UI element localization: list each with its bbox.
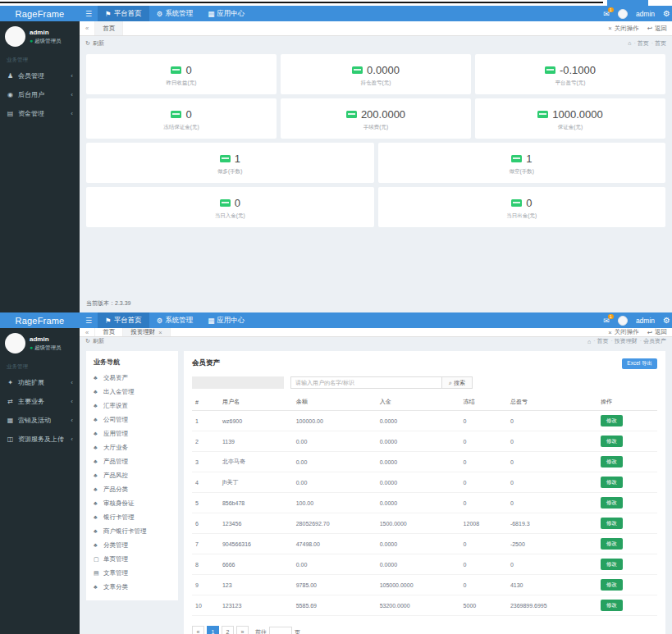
sidebar-menu-item[interactable]: ◫ 资源服务及上传 ‹ <box>0 430 80 449</box>
edit-button[interactable]: 修改 <box>601 497 623 509</box>
search-input[interactable] <box>290 376 442 389</box>
sidebar-menu-icon: ✦ <box>7 379 14 386</box>
nav-panel-item[interactable]: ♣ 出入金管理 <box>94 385 171 399</box>
page-tab[interactable]: 首页 × <box>95 328 123 336</box>
edit-button[interactable]: 修改 <box>601 559 623 570</box>
excel-export-button[interactable]: Excel 导出 <box>622 358 657 369</box>
filter-select[interactable] <box>192 376 284 389</box>
navbar-username[interactable]: admin <box>636 10 655 18</box>
sidebar-menu-item[interactable]: ♟ 会员管理 ‹ <box>0 66 80 85</box>
sidebar-toggle-icon[interactable]: ☰ <box>80 312 98 328</box>
breadcrumb-item[interactable]: 投资理财 <box>610 337 637 345</box>
cell-frozen: 0 <box>460 431 507 452</box>
sidebar-menu-item[interactable]: ✦ 功能扩展 ‹ <box>0 373 80 392</box>
close-operations-control[interactable]: × 关闭操作 <box>608 25 638 33</box>
sidebar-menu-item[interactable]: ⇄ 主要业务 ‹ <box>0 392 80 411</box>
nav-panel-item[interactable]: ♣ 银行卡管理 <box>94 510 171 524</box>
settings-gear-icon[interactable]: ⚙ <box>663 9 670 18</box>
edit-button[interactable]: 修改 <box>601 477 623 488</box>
page-tab[interactable]: 首页 <box>95 21 123 35</box>
edit-button[interactable]: 修改 <box>601 538 623 550</box>
nav-panel-item-icon: ♣ <box>94 514 100 520</box>
nav-panel-item[interactable]: ♣ 审核身份证 <box>94 496 171 510</box>
navbar-username[interactable]: admin <box>636 317 655 325</box>
refresh-button[interactable]: ↻ 刷新 <box>85 337 104 345</box>
nav-panel-item[interactable]: ♣ 产品管理 <box>94 454 171 468</box>
sidebar-avatar[interactable] <box>5 26 25 47</box>
breadcrumb-item[interactable]: 首页 <box>633 39 648 48</box>
nav-panel-item[interactable]: ♣ 汇率设置 <box>94 399 171 413</box>
stat-value: 0 <box>185 64 191 76</box>
edit-button[interactable]: 修改 <box>601 436 623 447</box>
cell-username: wz6900 <box>219 411 293 431</box>
nav-panel-item[interactable]: ♣ 公司管理 <box>94 413 171 426</box>
dashboard-window: RageFrame ☰ ⚑ 平台首页 ⚙ 系统管理 ▦ 应用中心 <box>0 0 672 312</box>
pagination-prev[interactable]: « <box>192 626 204 634</box>
nav-panel-item[interactable]: ♣ 商户银行卡管理 <box>94 524 171 538</box>
table-row: 10 123123 5585.69 53200.0000 5000 236989… <box>192 595 657 616</box>
nav-panel-item[interactable]: ▢ 单页管理 <box>94 552 171 566</box>
navbar-menu-item[interactable]: ⚑ 平台首页 <box>98 312 149 328</box>
refresh-button[interactable]: ↻ 刷新 <box>85 39 104 48</box>
edit-button[interactable]: 修改 <box>601 579 623 591</box>
nav-panel-item-label: 产品管理 <box>103 458 128 466</box>
back-control[interactable]: ↩ 返回 <box>647 25 667 33</box>
nav-panel-item[interactable]: ♣ 文章分类 <box>94 580 171 594</box>
search-button[interactable]: ⌕搜索 <box>442 376 473 389</box>
sidebar-menu-item[interactable]: ▦ 营销及活动 ‹ <box>0 411 80 430</box>
nav-panel-item-label: 文章分类 <box>103 583 128 591</box>
breadcrumb-item[interactable]: 会员资产 <box>640 337 666 345</box>
goto-page-input[interactable] <box>269 627 292 634</box>
stat-value: 1000.0000 <box>552 108 602 121</box>
navbar-menu-item[interactable]: ⚑ 平台首页 <box>98 6 149 21</box>
user-avatar[interactable] <box>618 9 628 19</box>
page-tab[interactable]: 投资理财 × <box>123 328 170 336</box>
page-tab-label: 首页 <box>103 328 115 336</box>
notification-bell-icon[interactable]: ✉1 <box>603 10 610 18</box>
nav-panel-item[interactable]: ♣ 大厅业务 <box>94 440 171 454</box>
sidebar-menu-item[interactable]: ◉ 后台用户 ‹ <box>0 85 80 104</box>
edit-button[interactable]: 修改 <box>601 518 623 529</box>
nav-panel-item[interactable]: ♣ 分类管理 <box>94 538 171 552</box>
stat-card: 1 做多(手数) <box>86 143 374 183</box>
notification-bell-icon[interactable]: ✉1 <box>603 317 610 325</box>
stat-card: 1 做空(手数) <box>378 143 666 183</box>
nav-panel-item[interactable]: ♣ 产品分类 <box>94 482 171 496</box>
navbar-menu-item[interactable]: ⚙ 系统管理 <box>149 6 201 21</box>
nav-panel-item[interactable]: ♣ 产品风控 <box>94 468 171 482</box>
close-tab-icon[interactable]: × <box>158 329 162 336</box>
cell-index: 2 <box>192 431 219 452</box>
user-avatar[interactable] <box>618 316 628 326</box>
tabs-scroll-left[interactable]: « <box>80 328 95 336</box>
close-operations-control[interactable]: × 关闭操作 <box>608 328 638 336</box>
nav-panel-item-label: 汇率设置 <box>103 402 128 410</box>
settings-gear-icon[interactable]: ⚙ <box>663 316 670 325</box>
table-row: 2 1139 0.00 0.0000 0 0 修改 <box>192 431 657 452</box>
cell-deposit: 1500.0000 <box>377 513 460 534</box>
edit-button[interactable]: 修改 <box>601 415 623 426</box>
nav-panel-item[interactable]: ♣ 交易资产 <box>94 371 171 385</box>
navbar-menu-item[interactable]: ▦ 应用中心 <box>200 6 252 21</box>
navbar-menu-item[interactable]: ▦ 应用中心 <box>200 312 252 328</box>
breadcrumb-item[interactable]: 首页 <box>651 39 666 48</box>
cell-frozen: 0 <box>460 534 507 554</box>
brand-logo[interactable]: RageFrame <box>0 6 80 21</box>
tabs-scroll-left[interactable]: « <box>80 21 95 35</box>
cell-frozen: 0 <box>460 493 507 513</box>
breadcrumb-item[interactable]: 首页 <box>593 337 608 345</box>
pagination-next[interactable]: » <box>236 626 249 634</box>
stat-value: -0.1000 <box>560 64 596 76</box>
navbar-menu-item[interactable]: ⚙ 系统管理 <box>149 312 201 328</box>
edit-button[interactable]: 修改 <box>601 600 623 611</box>
sidebar-avatar[interactable] <box>5 333 25 353</box>
pagination-page[interactable]: 1 <box>207 626 219 634</box>
back-control[interactable]: ↩ 返回 <box>647 328 667 336</box>
nav-panel-item[interactable]: ♣ 应用管理 <box>94 426 171 440</box>
nav-panel-item[interactable]: ▤ 文章管理 <box>94 566 171 580</box>
sidebar-menu-item[interactable]: ▤ 资金管理 ‹ <box>0 104 80 123</box>
sidebar-toggle-icon[interactable]: ☰ <box>80 6 98 21</box>
pagination-page[interactable]: 2 <box>222 626 234 634</box>
brand-logo[interactable]: RageFrame <box>0 312 80 328</box>
edit-button[interactable]: 修改 <box>601 456 623 468</box>
stat-label: 当日入金(元) <box>86 212 374 220</box>
